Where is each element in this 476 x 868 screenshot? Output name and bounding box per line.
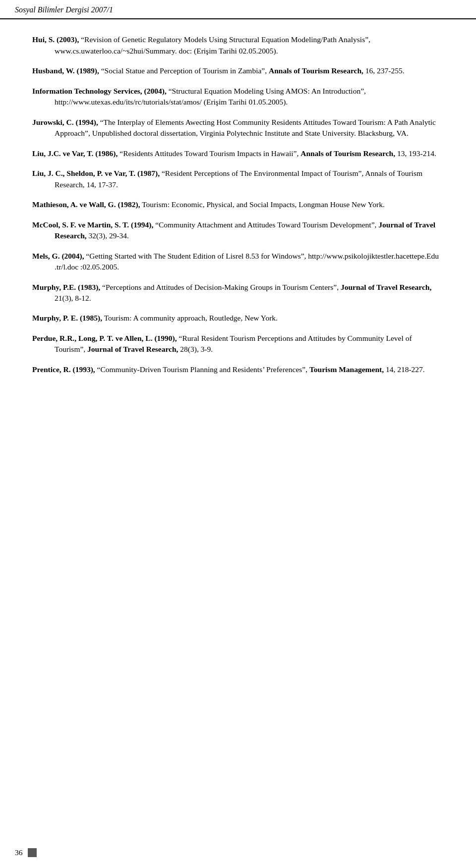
list-item: Husband, W. (1989), “Social Statue and P… [32, 65, 444, 76]
reference-author: Hui, S. (2003), [32, 35, 79, 44]
list-item: Information Technology Services, (2004),… [32, 86, 444, 108]
reference-author: McCool, S. F. ve Martin, S. T. (1994), [32, 220, 153, 229]
list-item: Perdue, R.R., Long, P. T. ve Allen, L. (… [32, 333, 444, 355]
page-container: Sosyal Bilimler Dergisi 2007/1 Hui, S. (… [0, 0, 476, 868]
reference-author: Information Technology Services, (2004), [32, 87, 167, 95]
list-item: Jurowski, C. (1994), “The Interplay of E… [32, 117, 444, 139]
reference-text: “Community-Driven Tourism Planning and R… [97, 365, 425, 374]
list-item: Mathieson, A. ve Wall, G. (1982), Touris… [32, 199, 444, 210]
journal-name: Annals of Tourism Research, [300, 149, 395, 158]
page-number-box-decoration [28, 848, 37, 857]
reference-text: “Social Statue and Perception of Tourism… [101, 66, 405, 75]
reference-author: Murphy, P. E. (1985), [32, 314, 102, 322]
reference-author: Liu, J. C., Sheldon, P. ve Var, T. (1987… [32, 169, 160, 177]
reference-text: “Getting Started with The Student Editio… [55, 252, 439, 271]
header-title: Sosyal Bilimler Dergisi 2007/1 [15, 5, 113, 14]
reference-author: Mels, G. (2004), [32, 252, 84, 260]
list-item: Prentice, R. (1993), “Community-Driven T… [32, 364, 444, 375]
reference-text: Tourism: A community approach, Routledge… [104, 314, 278, 322]
reference-author: Liu, J.C. ve Var, T. (1986), [32, 149, 118, 158]
reference-author: Husband, W. (1989), [32, 66, 99, 75]
list-item: Liu, J.C. ve Var, T. (1986), “Residents … [32, 148, 444, 159]
journal-name: Annals of Tourism Research, [269, 66, 363, 75]
page-number: 36 [15, 847, 23, 858]
content-area: Hui, S. (2003), “Revision of Genetic Reg… [0, 19, 476, 414]
reference-text: “Revision of Genetic Regulatory Models U… [55, 35, 370, 54]
reference-author: Perdue, R.R., Long, P. T. ve Allen, L. (… [32, 334, 177, 342]
reference-text: “Perceptions and Attitudes of Decision-M… [55, 283, 431, 302]
reference-author: Prentice, R. (1993), [32, 365, 95, 374]
journal-name: Journal of Travel Research, [341, 283, 431, 291]
list-item: Murphy, P. E. (1985), Tourism: A communi… [32, 313, 444, 324]
reference-author: Murphy, P.E. (1983), [32, 283, 100, 291]
list-item: Murphy, P.E. (1983), “Perceptions and At… [32, 282, 444, 304]
list-item: Liu, J. C., Sheldon, P. ve Var, T. (1987… [32, 168, 444, 190]
reference-text: “The Interplay of Elements Awecting Host… [55, 118, 436, 137]
list-item: Mels, G. (2004), “Getting Started with T… [32, 251, 444, 273]
reference-author: Mathieson, A. ve Wall, G. (1982), [32, 200, 140, 209]
footer-area: 36 [15, 847, 37, 858]
reference-author: Jurowski, C. (1994), [32, 118, 98, 126]
list-item: Hui, S. (2003), “Revision of Genetic Reg… [32, 34, 444, 56]
header-bar: Sosyal Bilimler Dergisi 2007/1 [0, 0, 476, 19]
reference-text: “Residents Attitudes Toward Tourism Impa… [119, 149, 436, 158]
reference-text: Tourism: Economic, Physical, and Social … [142, 200, 385, 209]
journal-name: Tourism Management, [309, 365, 384, 374]
list-item: McCool, S. F. ve Martin, S. T. (1994), “… [32, 219, 444, 242]
journal-name: Journal of Travel Research, [87, 345, 178, 353]
